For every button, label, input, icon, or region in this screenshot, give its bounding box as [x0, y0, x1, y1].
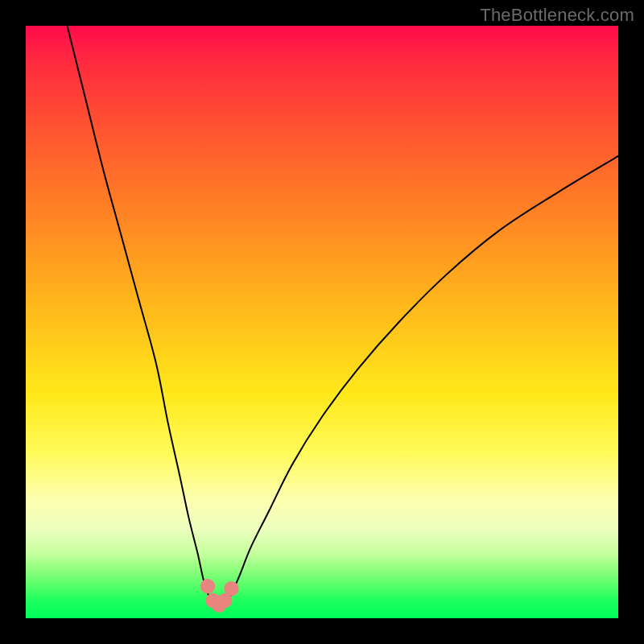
curve-marker	[224, 581, 238, 596]
chart-frame: TheBottleneck.com	[0, 0, 644, 644]
curve-marker	[200, 579, 215, 593]
bottleneck-curve	[68, 26, 618, 606]
plot-area	[26, 26, 618, 618]
curve-svg	[26, 26, 618, 618]
curve-markers	[200, 579, 239, 613]
watermark-text: TheBottleneck.com	[480, 5, 634, 26]
